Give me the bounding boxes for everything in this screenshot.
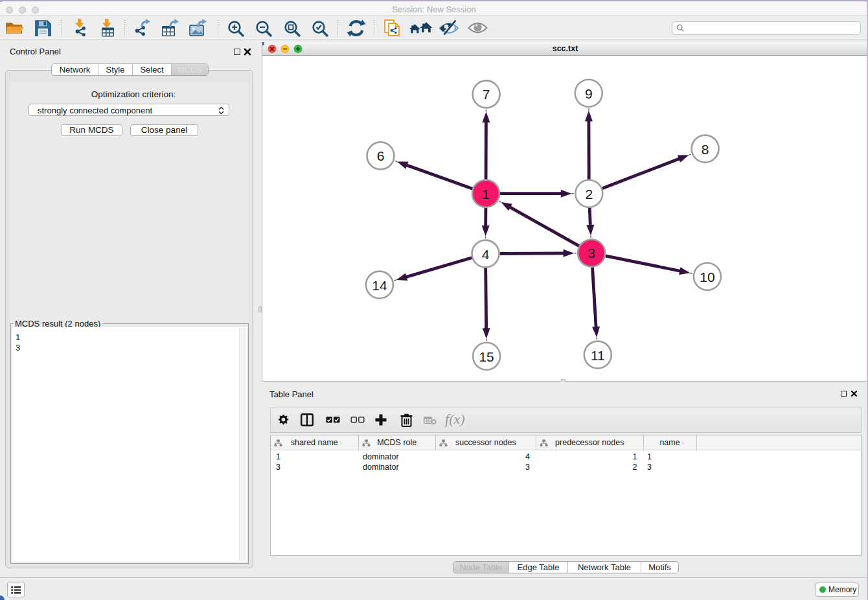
svg-text:9: 9 (585, 86, 593, 101)
svg-text:3: 3 (588, 246, 595, 260)
svg-text:11: 11 (591, 348, 605, 363)
svg-text:4: 4 (482, 247, 490, 262)
svg-text:15: 15 (479, 349, 494, 364)
svg-text:14: 14 (372, 278, 387, 293)
svg-text:7: 7 (483, 87, 490, 102)
svg-text:2: 2 (585, 187, 593, 202)
svg-text:10: 10 (700, 270, 714, 284)
svg-text:1: 1 (482, 187, 490, 202)
svg-text:8: 8 (702, 142, 709, 157)
svg-text:6: 6 (377, 148, 385, 163)
